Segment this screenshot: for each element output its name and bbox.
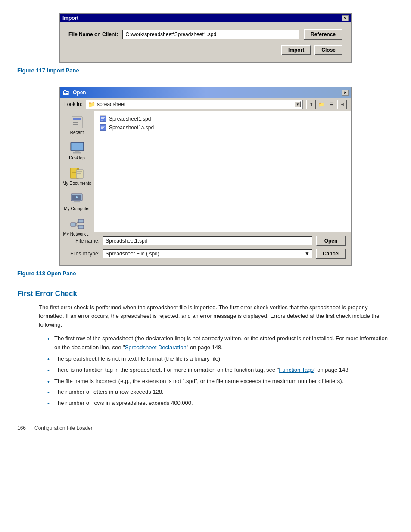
figure-118-caption: Figure 118 Open Pane <box>17 270 394 277</box>
files-list: Spreadsheet1.spd Spreadsheet1a.spd <box>94 111 351 232</box>
file-name-2: Spreadsheet1a.spd <box>109 124 154 131</box>
svg-rect-27 <box>101 118 104 119</box>
import-body: File Name on Client: C:\work\spreadsheet… <box>60 22 351 62</box>
lookin-label: Look in: <box>64 101 82 107</box>
svg-rect-10 <box>72 171 77 171</box>
list-item: The file name is incorrect (e.g., the ex… <box>47 377 394 386</box>
list-item: The number of letters in a row exceeds 1… <box>47 388 394 397</box>
file-name-label: File Name on Client: <box>68 31 118 37</box>
desktop-icon <box>69 141 85 155</box>
sidebar-desktop[interactable]: Desktop <box>69 141 85 160</box>
open-toolbar: Look in: 📁 spreadsheet ▼ ⬆ 📁 ☰ ⊞ <box>60 98 351 111</box>
import-button[interactable]: Import <box>281 45 311 55</box>
import-dialog: Import × File Name on Client: C:\work\sp… <box>59 13 352 63</box>
open-title: Open <box>73 90 86 96</box>
sidebar-mycomputer-label: My Computer <box>64 206 90 211</box>
filetype-arrow[interactable]: ▼ <box>305 251 310 257</box>
sidebar-desktop-label: Desktop <box>69 156 85 160</box>
svg-line-24 <box>76 224 78 227</box>
file-name-1: Spreadsheet1.spd <box>109 116 151 122</box>
open-titlebar: 🗂 Open × <box>60 87 351 98</box>
sidebar-recent-label: Recent <box>70 130 84 135</box>
section-heading: First Error Check <box>17 289 394 298</box>
file-icon-1 <box>100 115 106 122</box>
close-button[interactable]: Close <box>314 45 342 55</box>
lookin-combo[interactable]: 📁 spreadsheet ▼ <box>86 100 303 109</box>
intro-text: The first error check is performed when … <box>39 303 394 329</box>
list-item: The spreadsheet file is not in text file… <box>47 355 394 364</box>
svg-rect-7 <box>75 151 79 152</box>
recent-icon <box>69 115 85 129</box>
sidebar-mynetwork[interactable]: My Network ... <box>63 217 91 236</box>
open-dialog: 🗂 Open × Look in: 📁 spreadsheet ▼ ⬆ 📁 ☰ … <box>59 87 352 266</box>
svg-rect-8 <box>73 152 81 153</box>
open-button[interactable]: Open <box>316 236 346 246</box>
filetype-value: Spreadsheet File (.spd) <box>106 251 159 257</box>
svg-rect-13 <box>77 171 82 172</box>
page-number: 166 <box>17 425 26 431</box>
toolbar-new-folder-button[interactable]: 📁 <box>317 100 326 109</box>
svg-rect-18 <box>72 202 81 203</box>
import-button-row: Import Close <box>68 45 342 55</box>
sidebar-mycomputer[interactable]: My Computer <box>64 192 90 211</box>
file-item-1[interactable]: Spreadsheet1.spd <box>98 115 348 123</box>
filetype-select[interactable]: Spreadsheet File (.spd) ▼ <box>103 249 312 258</box>
toolbar-list-view-button[interactable]: ☰ <box>327 100 336 109</box>
sidebar-mydocuments[interactable]: My Documents <box>62 166 91 186</box>
svg-rect-14 <box>77 173 81 174</box>
function-tags-link[interactable]: Function Tags <box>279 367 314 373</box>
lookin-value: spreadsheet <box>97 101 293 107</box>
figure-117-caption: Figure 117 Import Pane <box>17 67 394 74</box>
sidebar-mynetwork-label: My Network ... <box>63 232 91 236</box>
filename-row: File name: Spreadsheet1.spd Open <box>65 236 346 246</box>
sidebar-mydocuments-label: My Documents <box>62 181 91 186</box>
filename-input[interactable]: Spreadsheet1.spd <box>103 236 312 245</box>
svg-rect-6 <box>72 143 83 150</box>
svg-rect-31 <box>101 127 104 128</box>
page-footer: 166 Configuration File Loader <box>17 425 394 431</box>
svg-rect-30 <box>101 126 105 127</box>
import-title: Import <box>62 15 78 21</box>
svg-rect-21 <box>78 219 84 223</box>
mynetwork-icon <box>69 217 85 231</box>
svg-rect-4 <box>73 124 78 125</box>
svg-line-23 <box>76 221 78 224</box>
svg-rect-11 <box>72 172 76 173</box>
svg-rect-2 <box>73 121 79 121</box>
svg-rect-26 <box>101 117 105 118</box>
svg-point-19 <box>76 196 78 198</box>
open-bottom-bar: File name: Spreadsheet1.spd Open Files o… <box>60 232 351 265</box>
import-titlebar: Import × <box>60 14 351 22</box>
toolbar-details-view-button[interactable]: ⊞ <box>337 100 347 109</box>
import-close-button[interactable]: × <box>342 15 349 21</box>
open-close-button[interactable]: × <box>342 90 349 96</box>
lookin-dropdown-arrow[interactable]: ▼ <box>295 101 301 107</box>
sidebar-recent[interactable]: Recent <box>69 115 85 135</box>
svg-rect-20 <box>71 223 76 226</box>
toolbar-back-button[interactable]: ⬆ <box>306 100 316 109</box>
list-item: The first row of the spreadsheet (the de… <box>47 334 394 352</box>
list-item: The number of rows in a spreadsheet exce… <box>47 399 394 408</box>
open-main: Recent Desktop <box>60 111 351 232</box>
cancel-button[interactable]: Cancel <box>316 249 346 259</box>
svg-rect-22 <box>78 225 84 229</box>
svg-rect-32 <box>101 128 103 129</box>
spreadsheet-declaration-link[interactable]: Spreadsheet Declaration <box>125 344 187 351</box>
svg-rect-28 <box>101 120 103 121</box>
svg-rect-3 <box>73 122 78 123</box>
import-file-row: File Name on Client: C:\work\spreadsheet… <box>68 29 342 40</box>
svg-rect-17 <box>74 201 80 202</box>
list-item: There is no function tag in the spreadsh… <box>47 366 394 375</box>
file-icon-2 <box>100 124 106 131</box>
toolbar-buttons: ⬆ 📁 ☰ ⊞ <box>306 100 347 109</box>
error-list: The first row of the spreadsheet (the de… <box>47 334 394 408</box>
svg-rect-1 <box>73 118 81 120</box>
open-sidebar: Recent Desktop <box>60 111 94 232</box>
mydocuments-icon <box>69 166 85 180</box>
filetype-row: Files of type: Spreadsheet File (.spd) ▼… <box>65 249 346 259</box>
filename-label: File name: <box>65 238 100 244</box>
file-item-2[interactable]: Spreadsheet1a.spd <box>98 123 348 132</box>
footer-section-name: Configuration File Loader <box>34 425 93 431</box>
file-path-field[interactable]: C:\work\spreadsheet\Spreadsheet1.spd <box>122 30 299 39</box>
reference-button[interactable]: Reference <box>304 29 342 40</box>
